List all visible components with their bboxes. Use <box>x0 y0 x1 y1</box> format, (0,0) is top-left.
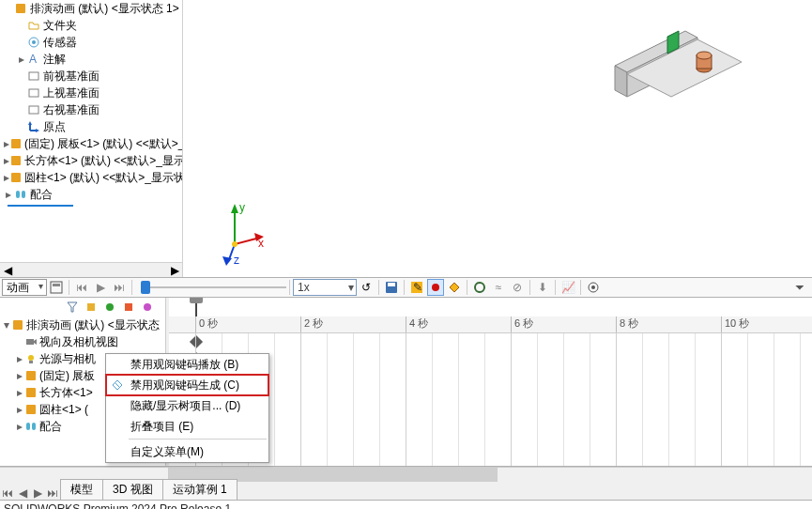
folder-icon <box>26 18 41 33</box>
gridline-minor <box>668 333 669 466</box>
tab-nav-prev-icon[interactable]: ◀ <box>15 486 30 500</box>
tree-item[interactable]: ▸长方体<1> (默认) <<默认>_显示 <box>0 152 182 169</box>
timeline-ruler[interactable]: 0 秒2 秒4 秒6 秒8 秒10 秒 <box>169 316 812 333</box>
save-animation-icon[interactable] <box>383 279 400 296</box>
tree-scrollbar[interactable]: ◀ ▶ <box>0 262 182 277</box>
blank-icon <box>110 419 125 434</box>
context-menu-item[interactable]: 禁用观阅键码播放 (B) <box>106 354 268 375</box>
svg-point-47 <box>144 303 151 311</box>
filter-driving-icon[interactable] <box>101 299 118 316</box>
svg-marker-43 <box>68 302 77 312</box>
calculator-icon[interactable] <box>48 279 65 296</box>
playback-slider[interactable] <box>141 279 286 296</box>
svg-point-40 <box>475 283 484 292</box>
tree-item[interactable]: 文件夹 <box>0 17 182 34</box>
tab-3d-view[interactable]: 3D 视图 <box>102 479 163 500</box>
tree-item[interactable]: 原点 <box>0 118 182 135</box>
motor-icon[interactable] <box>471 279 488 296</box>
play-icon[interactable]: ▶ <box>92 279 109 296</box>
svg-point-38 <box>432 284 439 291</box>
keyframe-diamond[interactable] <box>190 335 203 348</box>
svg-marker-7 <box>28 121 32 125</box>
tree-item-label: 文件夹 <box>43 18 77 34</box>
results-icon[interactable]: 📈 <box>559 279 576 296</box>
tab-nav-next-icon[interactable]: ▶ <box>30 486 45 500</box>
filter-results-icon[interactable] <box>139 299 156 316</box>
expand-toggle[interactable]: ▾ <box>2 318 11 332</box>
svg-point-51 <box>28 355 34 361</box>
gridline-minor <box>537 333 538 466</box>
tree-item[interactable]: 传感器 <box>0 34 182 51</box>
feature-manager-tree[interactable]: 排演动画 (默认) <显示状态 1>文件夹传感器▸A注解前视基准面上视基准面右视… <box>0 0 183 277</box>
filter-animated-icon[interactable] <box>83 299 100 316</box>
tree-item-label: (固定) 展板<1> (默认) <<默认>_ <box>24 136 183 152</box>
timebar-grip[interactable] <box>190 298 203 303</box>
expand-toggle[interactable]: ▸ <box>15 403 24 416</box>
tree-item[interactable]: ▸配合 <box>0 186 182 203</box>
graphics-viewport[interactable]: y x z <box>183 0 812 277</box>
tree-item-label: 长方体<1> (默认) <<默认>_显示 <box>24 153 183 169</box>
tree-item-label: 注解 <box>43 52 66 68</box>
animation-type-dropdown[interactable]: 动画 <box>2 279 47 296</box>
light-icon <box>24 352 39 365</box>
expand-toggle[interactable]: ▸ <box>15 386 24 399</box>
gridline <box>406 333 406 466</box>
contact-icon[interactable]: ⊘ <box>509 279 526 296</box>
svg-text:x: x <box>258 237 264 250</box>
ruler-tick: 0 秒 <box>195 316 218 332</box>
svg-point-31 <box>232 241 237 247</box>
tab-motion-study[interactable]: 运动算例 1 <box>162 479 237 500</box>
gridline-minor <box>484 333 485 466</box>
skip-end-icon[interactable]: ⏭ <box>111 279 128 296</box>
context-menu-label: 隐藏/显示树项目... (D) <box>130 398 240 414</box>
tree-item[interactable]: 上视基准面 <box>0 85 182 101</box>
motion-tree-item[interactable]: ▾排演动画 (默认) <显示状态 <box>0 316 168 333</box>
tree-item-label: 右视基准面 <box>43 102 100 118</box>
context-menu-item[interactable]: 禁用观阅键码生成 (C) <box>106 375 268 395</box>
settings-gear-icon[interactable] <box>585 279 602 296</box>
svg-marker-39 <box>450 283 459 292</box>
loop-icon[interactable]: ↺ <box>358 279 375 296</box>
svg-rect-53 <box>26 371 36 380</box>
filter-icon[interactable] <box>64 299 81 316</box>
animation-wizard-icon[interactable]: ✎ <box>408 279 425 296</box>
skip-start-icon[interactable]: ⏮ <box>73 279 90 296</box>
collapse-icon[interactable]: ⏷ <box>791 279 808 296</box>
tab-nav-end-icon[interactable]: ⏭ <box>45 486 60 500</box>
ruler-tick: 6 秒 <box>511 316 533 332</box>
filter-selected-icon[interactable] <box>120 299 137 316</box>
context-menu-item[interactable]: 隐藏/显示树项目... (D) <box>106 395 268 416</box>
spring-icon[interactable]: ≈ <box>490 279 507 296</box>
tree-item[interactable]: ▸A注解 <box>0 51 182 68</box>
playback-speed-field[interactable]: 1x▾ <box>293 279 357 296</box>
scroll-left-icon[interactable]: ◀ <box>0 264 15 277</box>
tree-item[interactable]: ▸(固定) 展板<1> (默认) <<默认>_ <box>0 135 182 152</box>
tab-nav-start-icon[interactable]: ⏮ <box>0 486 15 500</box>
svg-rect-54 <box>26 388 36 397</box>
expand-toggle[interactable]: ▸ <box>15 352 24 365</box>
scroll-right-icon[interactable]: ▶ <box>167 264 182 277</box>
tree-item[interactable]: ▸圆柱<1> (默认) <<默认>_显示状 <box>0 169 182 186</box>
gravity-icon[interactable]: ⬇ <box>534 279 551 296</box>
tree-item-label: 圆柱<1> (默认) <<默认>_显示状 <box>24 170 183 186</box>
expand-toggle[interactable]: ▸ <box>4 188 13 201</box>
model-preview <box>596 14 756 117</box>
tab-model[interactable]: 模型 <box>60 479 103 500</box>
add-key-icon[interactable] <box>446 279 463 296</box>
expand-toggle[interactable]: ▸ <box>15 420 24 433</box>
context-menu-item[interactable]: 折叠项目 (E) <box>106 416 268 437</box>
expand-toggle[interactable]: ▸ <box>17 53 26 66</box>
animation-toolbar: 动画 ⏮ ▶ ⏭ 1x▾ ↺ ✎ ≈ ⊘ ⬇ 📈 ⏷ <box>0 277 812 298</box>
tree-item[interactable]: 右视基准面 <box>0 101 182 118</box>
tree-item[interactable]: 前视基准面 <box>0 68 182 85</box>
expand-toggle[interactable]: ▸ <box>15 369 24 382</box>
motion-tree-label: 视向及相机视图 <box>39 334 118 350</box>
tree-item[interactable]: 排演动画 (默认) <显示状态 1> <box>0 0 182 17</box>
status-bar: SOLIDWORKS Premium 2024 Pre Release 1 <box>0 501 812 509</box>
context-menu-item[interactable]: 自定义菜单(M) <box>106 441 268 462</box>
svg-rect-10 <box>11 156 21 165</box>
context-menu-label: 折叠项目 (E) <box>130 419 193 435</box>
ruler-tick: 8 秒 <box>616 316 638 332</box>
motion-tree-item[interactable]: 视向及相机视图 <box>0 333 168 350</box>
autokey-icon[interactable] <box>427 279 444 296</box>
